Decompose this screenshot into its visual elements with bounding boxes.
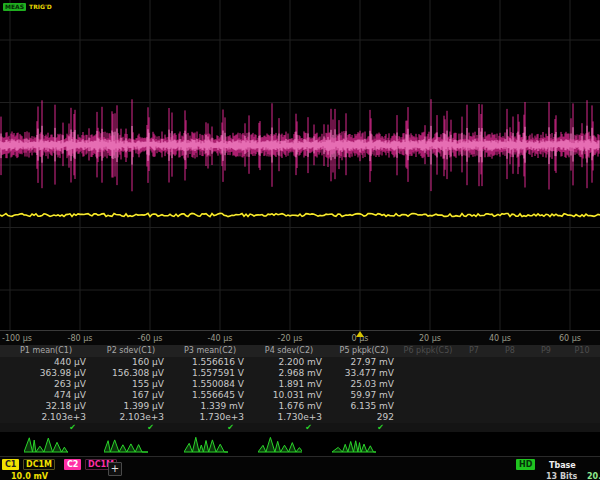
measure-status-check-icon: ✔ [328, 423, 400, 432]
hd-mode-badge[interactable]: HD [516, 459, 535, 470]
measure-cell: 1.556645 V [170, 390, 250, 401]
waveform-display[interactable] [0, 0, 600, 330]
measure-cell: 10.031 mV [250, 390, 328, 401]
measure-cell: 33.477 mV [328, 368, 400, 379]
measure-status-check-icon: ✔ [0, 423, 92, 432]
measure-cell: 1.730e+3 [170, 412, 250, 423]
measure-cell: 32.18 µV [0, 401, 92, 412]
measure-row: ✔✔✔✔✔ [0, 423, 600, 432]
channel1-scale[interactable]: 10.0 mV [8, 471, 51, 480]
measure-cell [492, 368, 528, 379]
measure-cell: 2.200 mV [250, 357, 328, 368]
measure-cell: 6.135 mV [328, 401, 400, 412]
measure-cell: 1.550084 V [170, 379, 250, 390]
timebase-scale[interactable]: 20.0 [584, 471, 600, 480]
measure-cell: 160 µV [92, 357, 170, 368]
time-tick-label: 40 µs [489, 334, 511, 343]
measure-cell: 474 µV [0, 390, 92, 401]
measure-column-header[interactable]: P2 sdev(C1) [92, 345, 170, 357]
measure-cell [564, 368, 600, 379]
measure-column-header[interactable]: P9 [528, 345, 564, 357]
measure-status-check-icon: ✔ [250, 423, 328, 432]
measure-histicon[interactable] [258, 435, 302, 453]
measure-column-header[interactable]: P1 mean(C1) [0, 345, 92, 357]
measurement-table: P1 mean(C1)P2 sdev(C1)P3 mean(C2)P4 sdev… [0, 345, 600, 432]
measure-cell [400, 412, 456, 423]
measure-cell: 1.399 µV [92, 401, 170, 412]
measure-column-header[interactable]: P5 pkpk(C2) [328, 345, 400, 357]
oscilloscope-screen: MEAS TRIG'D -100 µs-80 µs-60 µs-40 µs-20… [0, 0, 600, 480]
time-axis: -100 µs-80 µs-60 µs-40 µs-20 µs0 µs20 µs… [0, 330, 600, 345]
measure-cell: 263 µV [0, 379, 92, 390]
measure-cell: 27.97 mV [328, 357, 400, 368]
measure-cell [456, 401, 492, 412]
time-tick-label: 60 µs [559, 334, 581, 343]
trigger-status-label: TRIG'D [29, 3, 52, 11]
measure-cell [400, 379, 456, 390]
measure-cell: 2.103e+3 [0, 412, 92, 423]
measure-cell [528, 379, 564, 390]
measure-cell [492, 412, 528, 423]
measure-column-header[interactable]: P7 [456, 345, 492, 357]
measure-row: P1 mean(C1)P2 sdev(C1)P3 mean(C2)P4 sdev… [0, 345, 600, 357]
measure-cell [528, 390, 564, 401]
measure-cell: 2.968 mV [250, 368, 328, 379]
measure-row: 363.98 µV156.308 µV1.557591 V2.968 mV33.… [0, 368, 600, 379]
measure-cell [564, 390, 600, 401]
measure-cell [456, 412, 492, 423]
measure-histicon[interactable] [184, 435, 228, 453]
measure-cell: 2.103e+3 [92, 412, 170, 423]
measure-cell [492, 379, 528, 390]
measure-column-header[interactable]: P8 [492, 345, 528, 357]
waveform-canvas[interactable] [0, 0, 600, 330]
histicon-row [0, 432, 600, 456]
measure-status-check-icon: ✔ [170, 423, 250, 432]
measure-histicon[interactable] [104, 435, 148, 453]
measure-cell [564, 379, 600, 390]
measure-cell: 59.97 mV [328, 390, 400, 401]
measure-cell: 167 µV [92, 390, 170, 401]
channel2-badge[interactable]: C2 [64, 459, 81, 470]
measure-status-check-icon [564, 423, 600, 432]
channel1-coupling[interactable]: DC1M [23, 459, 55, 470]
descriptor-bar: C1 DC1M 10.0 mV C2 DC1M + HD Tbase 13 Bi… [0, 456, 600, 480]
measure-cell: 1.676 mV [250, 401, 328, 412]
measure-cell [400, 357, 456, 368]
measure-cell: 156.308 µV [92, 368, 170, 379]
timebase-resolution: 13 Bits [543, 471, 580, 480]
measure-column-header[interactable]: P10 [564, 345, 600, 357]
measure-histicon[interactable] [24, 435, 68, 453]
measure-cell [564, 412, 600, 423]
measure-cell: 440 µV [0, 357, 92, 368]
cursor-crosshair-icon[interactable]: + [108, 462, 122, 476]
measure-cell: 292 [328, 412, 400, 423]
trigger-time-marker[interactable] [356, 331, 364, 337]
measure-row: 440 µV160 µV1.556616 V2.200 mV27.97 mV [0, 357, 600, 368]
measure-column-header[interactable]: P4 sdev(C2) [250, 345, 328, 357]
measure-cell [528, 368, 564, 379]
measure-cell [528, 412, 564, 423]
measure-row: 474 µV167 µV1.556645 V10.031 mV59.97 mV [0, 390, 600, 401]
time-tick-label: 20 µs [419, 334, 441, 343]
measure-cell: 1.891 mV [250, 379, 328, 390]
measure-cell [456, 357, 492, 368]
timebase-label[interactable]: Tbase [546, 460, 579, 471]
measure-row: 263 µV155 µV1.550084 V1.891 mV25.03 mV [0, 379, 600, 390]
time-tick-label: -100 µs [2, 334, 32, 343]
measure-cell [564, 357, 600, 368]
measure-status-badge: MEAS [3, 3, 26, 11]
measure-cell [492, 390, 528, 401]
measure-cell: 1.339 mV [170, 401, 250, 412]
channel1-badge[interactable]: C1 [2, 459, 19, 470]
measure-status-check-icon: ✔ [92, 423, 170, 432]
measure-histicon[interactable] [332, 435, 376, 453]
measure-column-header[interactable]: P6 pkpk(C5) [400, 345, 456, 357]
measure-cell [400, 401, 456, 412]
measure-row: 2.103e+32.103e+31.730e+31.730e+3292 [0, 412, 600, 423]
measure-cell [492, 401, 528, 412]
measure-status-check-icon [400, 423, 456, 432]
time-tick-label: -40 µs [208, 334, 233, 343]
measure-cell [400, 390, 456, 401]
measure-cell: 155 µV [92, 379, 170, 390]
measure-column-header[interactable]: P3 mean(C2) [170, 345, 250, 357]
